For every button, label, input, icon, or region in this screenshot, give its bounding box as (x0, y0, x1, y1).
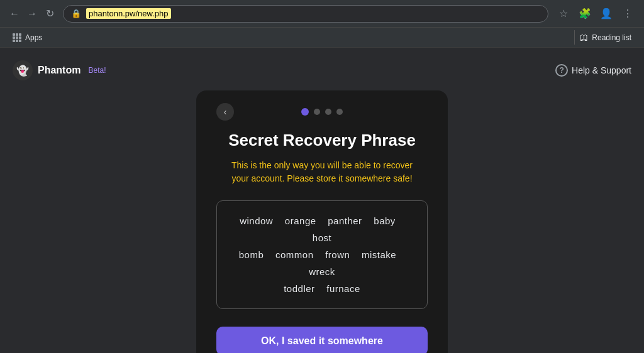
browser-icons-right: ☆ 🧩 👤 ⋮ (555, 5, 636, 23)
browser-chrome: ← → ↻ 🔒 phantonn.pw/new.php ☆ 🧩 👤 ⋮ (0, 0, 644, 28)
reload-button[interactable]: ↻ (43, 7, 57, 21)
phantom-name: Phantom (38, 65, 80, 76)
dot-2 (314, 109, 320, 115)
apps-label: Apps (25, 33, 42, 42)
card-subtitle: This is the only way you will be able to… (231, 159, 413, 185)
seed-phrase-box: window orange panther baby host bomb com… (216, 200, 428, 309)
forward-button[interactable]: → (25, 7, 39, 21)
apps-item[interactable]: Apps (8, 31, 47, 45)
back-button[interactable]: ← (8, 7, 21, 21)
recovery-card: ‹ Secret Recovery Phrase This is the onl… (196, 90, 448, 353)
dot-4 (336, 109, 343, 115)
address-bar[interactable]: 🔒 phantonn.pw/new.php (63, 5, 548, 23)
help-icon: ? (555, 64, 568, 77)
card-title: Secret Recovery Phrase (228, 131, 416, 150)
profile-icon[interactable]: 👤 (597, 5, 615, 23)
menu-icon[interactable]: ⋮ (619, 5, 636, 23)
reading-list-label: Reading list (592, 33, 631, 42)
url-text: phantonn.pw/new.php (86, 8, 171, 19)
help-support-label: Help & Support (572, 65, 631, 75)
phantom-logo: 👻 Phantom Beta! (13, 60, 106, 80)
top-bar: 👻 Phantom Beta! ? Help & Support (13, 60, 631, 80)
dot-3 (325, 109, 331, 115)
nav-buttons: ← → ↻ (8, 7, 57, 21)
card-nav: ‹ (216, 108, 428, 116)
extensions-icon[interactable]: 🧩 (576, 5, 594, 23)
phantom-icon: 👻 (13, 60, 33, 80)
pagination-dots (301, 108, 343, 116)
bookmarks-bar: Apps 🕮 Reading list (0, 28, 644, 48)
phantom-beta-label: Beta! (88, 66, 106, 75)
ok-saved-button[interactable]: OK, I saved it somewhere (216, 327, 428, 353)
dot-1 (301, 108, 309, 116)
help-support-button[interactable]: ? Help & Support (555, 64, 631, 77)
star-icon[interactable]: ☆ (555, 5, 572, 23)
reading-list-icon: 🕮 (580, 33, 588, 42)
card-back-arrow[interactable]: ‹ (216, 103, 234, 121)
phantom-ghost-icon: 👻 (16, 65, 29, 77)
reading-list-area[interactable]: 🕮 Reading list (574, 30, 636, 45)
page-content: 👻 Phantom Beta! ? Help & Support ‹ Secre… (0, 48, 644, 353)
apps-grid-icon (13, 33, 21, 42)
